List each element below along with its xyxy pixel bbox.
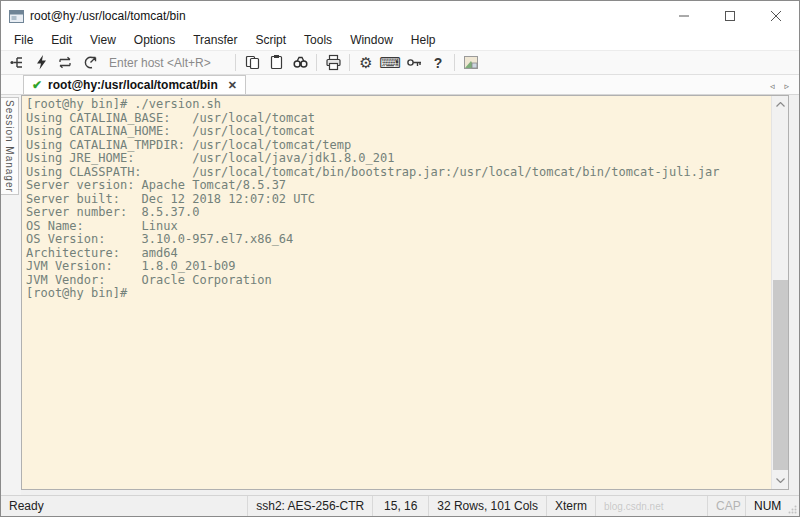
app-icon xyxy=(9,10,24,23)
status-message: Ready xyxy=(1,496,247,516)
screen-capture-icon[interactable] xyxy=(459,52,483,74)
caps-lock-indicator: CAP xyxy=(707,496,745,516)
terminal-line: Server version: Apache Tomcat/8.5.37 xyxy=(26,179,771,193)
connected-check-icon: ✔ xyxy=(32,78,42,92)
menu-script[interactable]: Script xyxy=(246,31,295,50)
status-screen-size: 32 Rows, 101 Cols xyxy=(428,496,546,516)
watermark-text: blog.csdn.net xyxy=(595,496,707,516)
terminal-line: Using CLASSPATH: /usr/local/tomcat/bin/b… xyxy=(26,166,771,180)
statusbar: Ready ssh2: AES-256-CTR 15, 16 32 Rows, … xyxy=(1,495,799,516)
vertical-scrollbar[interactable] xyxy=(771,96,788,489)
app-window: root@hy:/usr/local/tomcat/bin File Edit … xyxy=(0,0,800,517)
minimize-button[interactable] xyxy=(661,1,707,31)
keymap-keyboard-icon[interactable]: ⌨ xyxy=(378,52,402,74)
session-tab[interactable]: ✔ root@hy:/usr/local/tomcat/bin ✕ xyxy=(23,75,246,94)
status-emulation: Xterm xyxy=(546,496,595,516)
scroll-down-icon[interactable] xyxy=(772,472,789,489)
scroll-up-icon[interactable] xyxy=(772,96,789,113)
find-icon[interactable] xyxy=(288,52,312,74)
copy-icon[interactable] xyxy=(240,52,264,74)
help-icon[interactable]: ? xyxy=(426,52,450,74)
terminal-line: JVM Version: 1.8.0_201-b09 xyxy=(26,260,771,274)
toolbar-separator xyxy=(235,54,236,71)
quick-connect-icon[interactable] xyxy=(29,52,53,74)
terminal-line: [root@hy bin]# xyxy=(26,287,771,301)
tabbar: ✔ root@hy:/usr/local/tomcat/bin ✕ ◃ ▹ xyxy=(1,75,799,95)
menu-options[interactable]: Options xyxy=(125,31,184,50)
tabbar-lead-space xyxy=(1,75,23,94)
main-area: Session Manager [root@hy bin]# ./version… xyxy=(1,95,799,495)
terminal-line: Using CATALINA_BASE: /usr/local/tomcat xyxy=(26,112,771,126)
menu-help[interactable]: Help xyxy=(402,31,445,50)
paste-icon[interactable] xyxy=(264,52,288,74)
terminal-line: JVM Vendor: Oracle Corporation xyxy=(26,274,771,288)
session-tab-label: root@hy:/usr/local/tomcat/bin xyxy=(48,78,218,92)
print-icon[interactable] xyxy=(321,52,345,74)
status-protocol: ssh2: AES-256-CTR xyxy=(247,496,372,516)
menu-tools[interactable]: Tools xyxy=(295,31,341,50)
terminal-line: Using CATALINA_HOME: /usr/local/tomcat xyxy=(26,125,771,139)
tab-close-icon[interactable]: ✕ xyxy=(228,79,237,92)
maximize-button[interactable] xyxy=(707,1,753,31)
terminal-line: Architecture: amd64 xyxy=(26,247,771,261)
toolbar: Enter host <Alt+R> xyxy=(1,50,799,75)
menu-file[interactable]: File xyxy=(5,31,42,50)
toolbar-separator xyxy=(349,54,350,71)
terminal-line: Server number: 8.5.37.0 xyxy=(26,206,771,220)
status-cursor-position: 15, 16 xyxy=(372,496,428,516)
tab-scroll-left-icon[interactable]: ◃ xyxy=(770,81,775,91)
menu-transfer[interactable]: Transfer xyxy=(184,31,246,50)
window-title: root@hy:/usr/local/tomcat/bin xyxy=(30,9,186,23)
tab-scroll-arrows: ◃ ▹ xyxy=(770,81,799,94)
num-lock-indicator: NUM xyxy=(745,496,785,516)
scrollbar-thumb[interactable] xyxy=(773,280,788,470)
close-button[interactable] xyxy=(753,1,799,31)
terminal-line: [root@hy bin]# ./version.sh xyxy=(26,98,771,112)
toolbar-separator xyxy=(316,54,317,71)
terminal-frame: [root@hy bin]# ./version.sh Using CATALI… xyxy=(21,95,789,490)
terminal-line: OS Version: 3.10.0-957.el7.x86_64 xyxy=(26,233,771,247)
menubar: File Edit View Options Transfer Script T… xyxy=(1,31,799,50)
session-manager-tab-label: Session Manager xyxy=(4,100,15,193)
session-manager-vertical-tab[interactable]: Session Manager xyxy=(1,97,19,195)
titlebar: root@hy:/usr/local/tomcat/bin xyxy=(1,1,799,31)
disconnect-icon[interactable] xyxy=(77,52,101,74)
terminal-line: Using CATALINA_TMPDIR: /usr/local/tomcat… xyxy=(26,139,771,153)
terminal-screen[interactable]: [root@hy bin]# ./version.sh Using CATALI… xyxy=(22,96,771,489)
tab-scroll-right-icon[interactable]: ▹ xyxy=(784,81,789,91)
session-manager-icon[interactable] xyxy=(5,52,29,74)
toolbar-separator xyxy=(454,54,455,71)
terminal-line: Using JRE_HOME: /usr/local/java/jdk1.8.0… xyxy=(26,152,771,166)
left-dock-strip: Session Manager xyxy=(1,95,21,495)
resize-grip[interactable] xyxy=(785,496,799,516)
quick-connect-host-input[interactable]: Enter host <Alt+R> xyxy=(101,56,231,70)
key-icon[interactable] xyxy=(402,52,426,74)
menu-edit[interactable]: Edit xyxy=(42,31,81,50)
terminal-line: OS Name: Linux xyxy=(26,220,771,234)
menu-window[interactable]: Window xyxy=(341,31,402,50)
menu-view[interactable]: View xyxy=(81,31,125,50)
reconnect-icon[interactable] xyxy=(53,52,77,74)
options-gear-icon[interactable]: ⚙ xyxy=(354,52,378,74)
terminal-line: Server built: Dec 12 2018 12:07:02 UTC xyxy=(26,193,771,207)
